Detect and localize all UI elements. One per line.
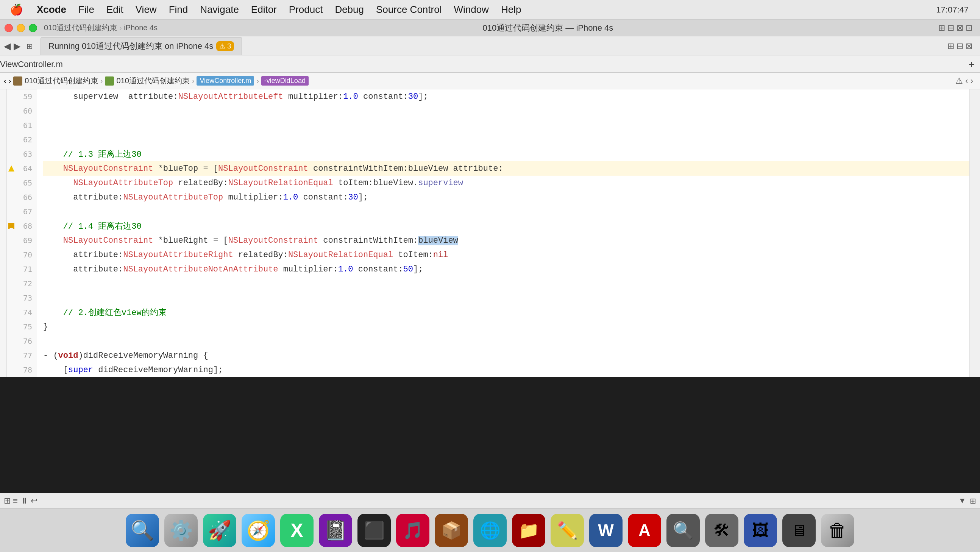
breadcrumb-nav: ‹ › 010通过代码创建约束 › 010通过代码创建约束 › ViewCont… — [0, 73, 980, 89]
toolbar-area: 010通过代码创建约束 › iPhone 4s 010通过代码创建约束 — iP… — [0, 20, 980, 37]
window-menu[interactable]: Window — [448, 2, 495, 18]
code-line-59: superview attribute:NSLayoutAttributeLef… — [43, 89, 969, 104]
app-icon-13[interactable]: A — [628, 514, 661, 547]
code-line-60 — [43, 104, 969, 118]
grid-view-icon[interactable]: ⊞ — [27, 41, 33, 51]
breadcrumb-method[interactable]: -viewDidLoad — [261, 76, 309, 86]
file-title: ViewController.m — [0, 59, 63, 69]
app-icon-8[interactable]: 📦 — [435, 514, 468, 547]
find-menu[interactable]: Find — [163, 2, 194, 18]
line-num-78: 78 — [7, 363, 37, 377]
editor-controls: ⊞ ≡ ⏸ ↩ — [4, 496, 38, 506]
forward-nav-icon[interactable]: ▶ — [14, 41, 21, 51]
app-icon-14[interactable]: 🔍 — [667, 514, 700, 547]
debug-menu[interactable]: Debug — [329, 2, 370, 18]
line-num-71: 71 — [7, 262, 37, 276]
source-control-menu[interactable]: Source Control — [370, 2, 448, 18]
edit-menu[interactable]: Edit — [100, 2, 129, 18]
code-line-69: NSLayoutConstraint *blueRight = [NSLayou… — [43, 233, 969, 248]
tab-label: Running 010通过代码创建约束 on iPhone 4s — [48, 40, 213, 52]
code-editor: 59 60 61 62 63 64 65 66 67 68 69 70 71 7… — [0, 89, 980, 377]
project-breadcrumb: 010通过代码创建约束 › iPhone 4s — [44, 23, 158, 33]
breadcrumb-proj2[interactable]: 010通过代码创建约束 — [116, 76, 189, 86]
app-icon-11[interactable]: ✏️ — [550, 514, 584, 547]
nav-toolbar: ◀ ▶ ⊞ — [4, 41, 33, 51]
code-line-62 — [43, 132, 969, 147]
line-num-69: 69 — [7, 233, 37, 248]
xcode-menu[interactable]: Xcode — [31, 2, 72, 18]
minimize-button[interactable] — [17, 24, 25, 32]
zoom-fit-icon[interactable]: ⊞ — [970, 496, 976, 506]
code-line-74: // 2.创建红色view的约束 — [43, 305, 969, 320]
warning-badge: ⚠ 3 — [216, 41, 234, 51]
file-header: ViewController.m + — [0, 56, 980, 73]
code-line-75: } — [43, 320, 969, 334]
help-menu[interactable]: Help — [495, 2, 527, 18]
filezilla-icon[interactable]: 📁 — [512, 514, 545, 547]
nav-forward-icon[interactable]: › — [9, 76, 11, 85]
app-icon-7[interactable]: 🎵 — [396, 514, 430, 547]
breadcrumb-proj1[interactable]: 010通过代码创建约束 — [25, 76, 98, 86]
app-icon-15[interactable]: 🛠 — [705, 514, 738, 547]
code-line-71: attribute:NSLayoutAttributeNotAnAttribut… — [43, 262, 969, 276]
editor-left-gutter — [0, 89, 7, 377]
launchpad-icon[interactable]: 🚀 — [203, 514, 236, 547]
code-line-67 — [43, 204, 969, 219]
code-line-70: attribute:NSLayoutAttributeRight related… — [43, 248, 969, 262]
window-title: 010通过代码创建约束 — iPhone 4s — [161, 22, 935, 34]
folder-icon — [13, 76, 22, 86]
close-button[interactable] — [5, 24, 13, 32]
apple-menu[interactable]: 🍎 — [4, 1, 29, 18]
code-line-72 — [43, 276, 969, 291]
word-icon[interactable]: W — [589, 514, 622, 547]
folder2-icon — [105, 76, 114, 86]
time-display: 17:07:47 — [936, 5, 969, 15]
back-nav-icon[interactable]: ◀ — [4, 41, 11, 51]
add-file-button[interactable]: + — [969, 58, 975, 70]
product-menu[interactable]: Product — [283, 2, 329, 18]
code-line-68: // 1.4 距离右边30 — [43, 219, 969, 233]
navigate-menu[interactable]: Navigate — [194, 2, 245, 18]
app-icon-17[interactable]: 🖥 — [782, 514, 816, 547]
line-num-67: 67 — [7, 204, 37, 219]
editor-menu[interactable]: Editor — [245, 2, 283, 18]
terminal-icon[interactable]: ⬛ — [358, 514, 391, 547]
app-icon-9[interactable]: 🌐 — [473, 514, 507, 547]
toolbar-icons: ⊞ ⊟ ⊠ ⊡ — [939, 23, 972, 33]
line-num-61: 61 — [7, 118, 37, 132]
line-num-64: 64 — [7, 161, 37, 176]
code-line-61 — [43, 118, 969, 132]
onenote-icon[interactable]: 📓 — [319, 514, 352, 547]
editor-scrollbar[interactable] — [969, 89, 980, 377]
nav-back-icon[interactable]: ‹ — [4, 76, 6, 85]
tab-controls: ⊞ ⊟ ⊠ — [947, 41, 972, 51]
line-num-65: 65 — [7, 176, 37, 190]
dock: 🔍 ⚙️ 🚀 🧭 X 📓 ⬛ 🎵 📦 🌐 📁 ✏️ W A 🔍 🛠 — [0, 508, 980, 552]
line-num-73: 73 — [7, 291, 37, 305]
line-num-63: 63 — [7, 147, 37, 161]
line-num-68: 68 — [7, 219, 37, 233]
line-num-77: 77 — [7, 348, 37, 363]
code-line-65: NSLayoutAttributeTop relatedBy:NSLayoutR… — [43, 176, 969, 190]
line-num-74: 74 — [7, 305, 37, 320]
active-tab[interactable]: Running 010通过代码创建约束 on iPhone 4s ⚠ 3 — [41, 37, 242, 55]
system-prefs-icon[interactable]: ⚙️ — [164, 514, 198, 547]
excel-icon[interactable]: X — [280, 514, 313, 547]
bottom-status-bar: ⊞ ≡ ⏸ ↩ ▼ ⊞ — [0, 493, 980, 508]
menubar: 🍎 Xcode File Edit View Find Navigate Edi… — [0, 0, 980, 20]
fullscreen-button[interactable] — [29, 24, 37, 32]
view-menu[interactable]: View — [129, 2, 163, 18]
safari-icon[interactable]: 🧭 — [242, 514, 275, 547]
code-line-64: NSLayoutConstraint *blueTop = [NSLayoutC… — [43, 161, 969, 176]
line-num-59: 59 — [7, 89, 37, 104]
code-line-63: // 1.3 距离上边30 — [43, 147, 969, 161]
file-menu[interactable]: File — [72, 2, 100, 18]
breadcrumb-file[interactable]: ViewController.m — [197, 76, 254, 86]
code-line-76 — [43, 334, 969, 348]
code-content[interactable]: superview attribute:NSLayoutAttributeLef… — [37, 89, 969, 377]
line-num-62: 62 — [7, 132, 37, 147]
finder-icon[interactable]: 🔍 — [126, 514, 159, 547]
trash-icon[interactable]: 🗑 — [821, 514, 854, 547]
code-line-78: [super didReceiveMemoryWarning]; — [43, 363, 969, 377]
app-icon-16[interactable]: 🖼 — [744, 514, 777, 547]
